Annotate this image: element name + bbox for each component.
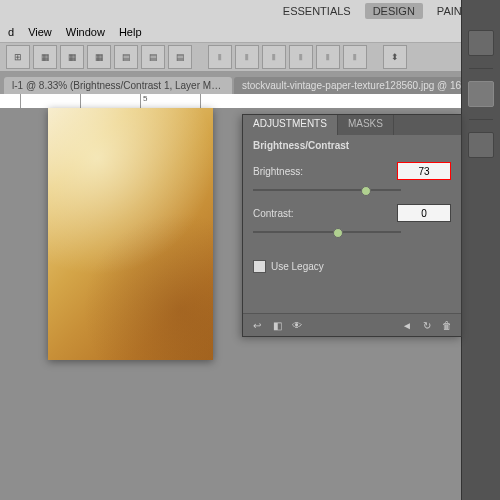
legacy-label: Use Legacy — [271, 261, 324, 272]
align-left-icon[interactable]: ▦ — [33, 45, 57, 69]
options-bar: ⊞ ▦ ▦ ▦ ▤ ▤ ▤ ⦀ ⦀ ⦀ ⦀ ⦀ ⦀ ⬍ — [0, 43, 500, 72]
document-tabs: l-1 @ 8.33% (Brightness/Contrast 1, Laye… — [0, 72, 500, 94]
tab-adjustments[interactable]: ADJUSTMENTS — [243, 115, 338, 135]
distribute-v-icon[interactable]: ⦀ — [235, 45, 259, 69]
trash-icon[interactable]: 🗑 — [439, 318, 455, 332]
distribute4-icon[interactable]: ⦀ — [343, 45, 367, 69]
prev-icon[interactable]: ◄ — [399, 318, 415, 332]
reset-icon[interactable]: ↻ — [419, 318, 435, 332]
arrange-icon[interactable]: ⬍ — [383, 45, 407, 69]
menu-view[interactable]: View — [28, 26, 52, 38]
menu-bar: d View Window Help — [0, 22, 500, 43]
menu-window[interactable]: Window — [66, 26, 105, 38]
tool-icon[interactable]: ⊞ — [6, 45, 30, 69]
brightness-label: Brightness: — [253, 166, 323, 177]
histogram-icon[interactable] — [468, 30, 494, 56]
workspace-switcher: ESSENTIALS DESIGN PAINTING — [0, 0, 500, 22]
contrast-slider[interactable] — [253, 226, 451, 238]
dock-right — [461, 0, 500, 500]
distribute-h-icon[interactable]: ⦀ — [208, 45, 232, 69]
tab-inactive[interactable]: stockvault-vintage-paper-texture128560.j… — [234, 77, 496, 94]
legacy-checkbox[interactable]: Use Legacy — [253, 260, 451, 273]
checkbox-box — [253, 260, 266, 273]
layers-icon[interactable] — [468, 132, 494, 158]
distribute2-icon[interactable]: ⦀ — [289, 45, 313, 69]
clip-icon[interactable]: ◧ — [269, 318, 285, 332]
adjustments-icon[interactable] — [468, 81, 494, 107]
distribute3-icon[interactable]: ⦀ — [316, 45, 340, 69]
menu-help[interactable]: Help — [119, 26, 142, 38]
menu-d[interactable]: d — [8, 26, 14, 38]
tab-masks[interactable]: MASKS — [338, 115, 394, 135]
panel-footer: ↩ ◧ 👁 ◄ ↻ 🗑 — [243, 313, 461, 336]
contrast-label: Contrast: — [253, 208, 323, 219]
tab-active-label: l-1 @ 8.33% (Brightness/Contrast 1, Laye… — [12, 80, 232, 91]
align-top-icon[interactable]: ▤ — [114, 45, 138, 69]
brightness-slider[interactable] — [253, 184, 451, 196]
distribute-icon[interactable]: ⦀ — [262, 45, 286, 69]
contrast-input[interactable] — [397, 204, 451, 222]
align-center-icon[interactable]: ▦ — [60, 45, 84, 69]
align-bot-icon[interactable]: ▤ — [168, 45, 192, 69]
tab-active[interactable]: l-1 @ 8.33% (Brightness/Contrast 1, Laye… — [4, 77, 232, 94]
document-canvas[interactable] — [48, 108, 213, 360]
adjustments-panel: ADJUSTMENTS MASKS Brightness/Contrast Br… — [242, 114, 462, 337]
panel-tabs: ADJUSTMENTS MASKS — [243, 115, 461, 135]
workspace-essentials[interactable]: ESSENTIALS — [283, 5, 351, 17]
align-mid-icon[interactable]: ▤ — [141, 45, 165, 69]
workspace-design[interactable]: DESIGN — [365, 3, 423, 19]
panel-title: Brightness/Contrast — [243, 135, 461, 156]
tab-inactive-label: stockvault-vintage-paper-texture128560.j… — [242, 80, 496, 91]
return-icon[interactable]: ↩ — [249, 318, 265, 332]
eye-icon[interactable]: 👁 — [289, 318, 305, 332]
brightness-input[interactable] — [397, 162, 451, 180]
align-right-icon[interactable]: ▦ — [87, 45, 111, 69]
